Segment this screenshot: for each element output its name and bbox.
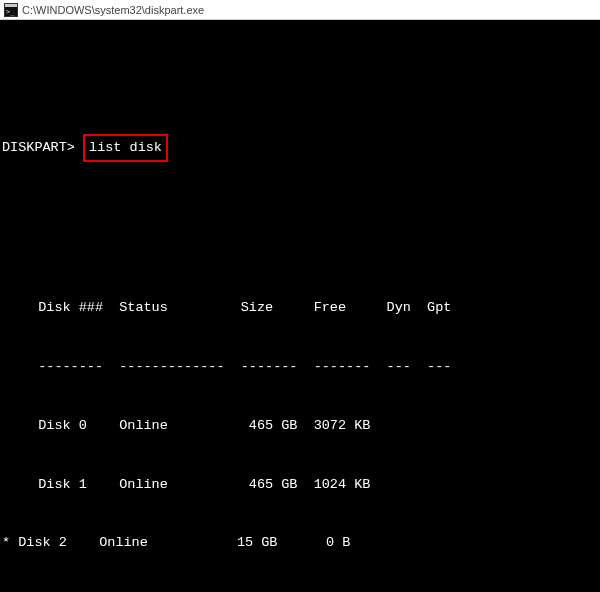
prompt-line: DISKPART> list disk [2,134,598,162]
disk-table-row: Disk 0 Online 465 GB 3072 KB [2,416,598,436]
window-titlebar: >_ C:\WINDOWS\system32\diskpart.exe [0,0,600,20]
disk-table-row: * Disk 2 Online 15 GB 0 B [2,533,598,553]
prompt: DISKPART> [2,140,75,155]
svg-text:>_: >_ [6,8,15,16]
svg-rect-1 [5,4,17,7]
command-list-disk: list disk [83,134,168,162]
app-icon: >_ [4,3,18,17]
disk-table-header: Disk ### Status Size Free Dyn Gpt [2,298,598,318]
disk-table-divider: -------- ------------- ------- ------- -… [2,357,598,377]
terminal-output: DISKPART> list disk Disk ### Status Size… [0,20,600,592]
window-title: C:\WINDOWS\system32\diskpart.exe [22,4,204,16]
disk-table-row: Disk 1 Online 465 GB 1024 KB [2,475,598,495]
